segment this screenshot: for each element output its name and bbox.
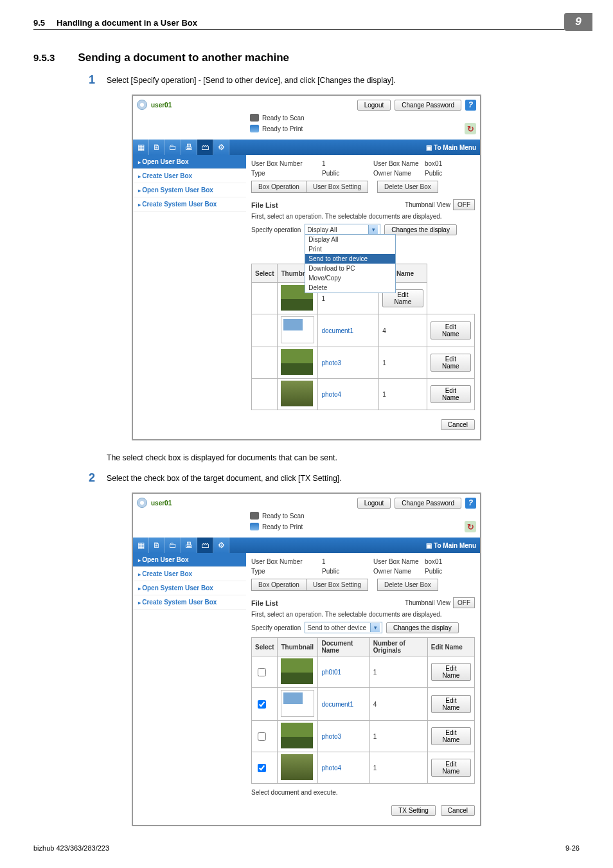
heading-number: 9.5.3	[33, 52, 55, 63]
tab-user-box-setting[interactable]: User Box Setting	[306, 181, 368, 193]
help-icon[interactable]: ?	[465, 498, 476, 509]
nav-icon-1[interactable]: ▦	[133, 538, 149, 553]
tab-box-operation[interactable]: Box Operation	[251, 181, 306, 193]
refresh-icon[interactable]: ↻	[465, 521, 476, 532]
meta-ubn-label: User Box Number	[251, 558, 322, 565]
thumbnail-view-toggle[interactable]: OFF	[453, 597, 475, 608]
specify-operation-dropdown[interactable]: Display All ▾ Display All Print Send to …	[305, 224, 380, 235]
change-password-button[interactable]: Change Password	[395, 100, 461, 111]
row-select-checkbox[interactable]	[258, 700, 266, 709]
logout-button[interactable]: Logout	[357, 498, 391, 509]
col-num-originals: Number of Originals	[369, 638, 427, 656]
sidebar-item-open-user-box[interactable]: Open User Box	[133, 155, 246, 169]
dd-option[interactable]: Download to PC	[305, 264, 395, 273]
changes-display-button[interactable]: Changes the display	[386, 622, 459, 633]
meta-owner-value: Public	[425, 568, 475, 575]
edit-name-button[interactable]: Edit Name	[431, 695, 471, 713]
cancel-button[interactable]: Cancel	[441, 419, 475, 430]
print-status-icon	[250, 523, 259, 530]
sidebar-item-create-system-user-box[interactable]: Create System User Box	[133, 197, 246, 212]
sidebar-item-create-user-box[interactable]: Create User Box	[133, 567, 246, 581]
sidebar-item-create-user-box[interactable]: Create User Box	[133, 169, 246, 183]
row-select-checkbox[interactable]	[258, 732, 266, 741]
step-1-number: 1	[76, 73, 95, 87]
change-password-button[interactable]: Change Password	[395, 498, 461, 509]
table-row: photo31Edit Name	[252, 347, 475, 379]
sidebar-item-open-system-user-box[interactable]: Open System User Box	[133, 581, 246, 595]
sidebar-item-open-user-box[interactable]: Open User Box	[133, 553, 246, 567]
nav-icon-3[interactable]: 🗀	[165, 538, 181, 553]
help-icon[interactable]: ?	[465, 100, 476, 111]
tx-setting-button[interactable]: TX Setting	[391, 805, 436, 816]
doc-name[interactable]: photo4	[318, 379, 379, 410]
meta-ubname-value: box01	[425, 160, 475, 167]
step-1-text: Select [Specify operation] - [Send to ot…	[107, 73, 396, 87]
meta-type-value: Public	[322, 170, 373, 177]
orig-count: 1	[369, 721, 427, 752]
logout-button[interactable]: Logout	[357, 100, 391, 111]
print-status-icon	[250, 125, 259, 132]
edit-name-button[interactable]: Edit Name	[431, 321, 471, 339]
edit-name-button[interactable]: Edit Name	[431, 727, 471, 745]
ready-scan-label: Ready to Scan	[262, 512, 305, 520]
thumbnail-icon	[281, 723, 313, 748]
section-title: Handling a document in a User Box	[57, 18, 197, 28]
tab-user-box-setting[interactable]: User Box Setting	[306, 579, 368, 591]
nav-icon-4[interactable]: 🖶	[181, 140, 197, 155]
thumbnail-icon	[281, 381, 313, 406]
dd-option[interactable]: Display All	[305, 235, 395, 244]
dd-option[interactable]: Delete	[305, 283, 395, 293]
nav-icon-2[interactable]: 🗎	[149, 538, 165, 553]
changes-display-button[interactable]: Changes the display	[384, 224, 457, 235]
doc-name[interactable]: photo3	[318, 721, 369, 752]
meta-ubname-value: box01	[425, 558, 475, 565]
nav-icon-2[interactable]: 🗎	[149, 140, 165, 155]
col-edit-name: Edit Name	[427, 638, 474, 656]
nav-icon-3[interactable]: 🗀	[165, 140, 181, 155]
ready-scan-label: Ready to Scan	[262, 114, 305, 122]
edit-name-button[interactable]: Edit Name	[431, 663, 471, 681]
doc-name[interactable]: ph0t01	[318, 656, 369, 688]
footer-page: 9-26	[565, 844, 580, 852]
to-main-menu-link[interactable]: ▣ To Main Menu	[426, 542, 476, 549]
edit-name-button[interactable]: Edit Name	[431, 385, 471, 403]
meta-type-value: Public	[322, 568, 373, 575]
file-list-label: File List	[251, 599, 278, 607]
user-icon	[137, 498, 147, 508]
meta-ubn-value: 1	[322, 558, 373, 565]
to-main-menu-link[interactable]: ▣ To Main Menu	[426, 144, 476, 151]
nav-icon-6[interactable]: ⚙	[213, 538, 229, 553]
dd-option[interactable]: Print	[305, 244, 395, 254]
doc-name[interactable]: photo3	[318, 347, 379, 379]
refresh-icon[interactable]: ↻	[465, 123, 476, 134]
row-select-checkbox[interactable]	[258, 668, 266, 676]
doc-name[interactable]: document1	[318, 314, 379, 347]
col-select: Select	[252, 264, 278, 283]
thumbnail-view-toggle[interactable]: OFF	[453, 199, 475, 210]
edit-name-button[interactable]: Edit Name	[431, 354, 471, 372]
tab-delete-user-box[interactable]: Delete User Box	[377, 181, 438, 193]
nav-icon-box[interactable]: 🗃	[197, 140, 213, 155]
running-header: 9.5 Handling a document in a User Box	[33, 18, 580, 30]
doc-name[interactable]: photo4	[318, 752, 369, 784]
sidebar-item-open-system-user-box[interactable]: Open System User Box	[133, 183, 246, 197]
sidebar-item-create-system-user-box[interactable]: Create System User Box	[133, 595, 246, 610]
doc-name[interactable]: document1	[318, 688, 369, 721]
row-select-checkbox[interactable]	[258, 764, 266, 772]
dd-option[interactable]: Move/Copy	[305, 273, 395, 283]
dd-option-selected[interactable]: Send to other device	[305, 254, 395, 264]
username: user01	[151, 102, 172, 109]
table-row: document14Edit Name	[252, 688, 475, 721]
chevron-down-icon: ▾	[370, 623, 380, 632]
nav-icon-4[interactable]: 🖶	[181, 538, 197, 553]
tab-box-operation[interactable]: Box Operation	[251, 579, 306, 591]
scan-status-icon	[250, 512, 259, 520]
nav-icon-1[interactable]: ▦	[133, 140, 149, 155]
specify-operation-dropdown[interactable]: Send to other device ▾	[305, 622, 382, 633]
edit-name-button[interactable]: Edit Name	[431, 759, 471, 777]
nav-icon-6[interactable]: ⚙	[213, 140, 229, 155]
meta-ubn-value: 1	[322, 160, 373, 167]
tab-delete-user-box[interactable]: Delete User Box	[377, 579, 438, 591]
cancel-button[interactable]: Cancel	[441, 805, 475, 816]
nav-icon-box[interactable]: 🗃	[197, 538, 213, 553]
